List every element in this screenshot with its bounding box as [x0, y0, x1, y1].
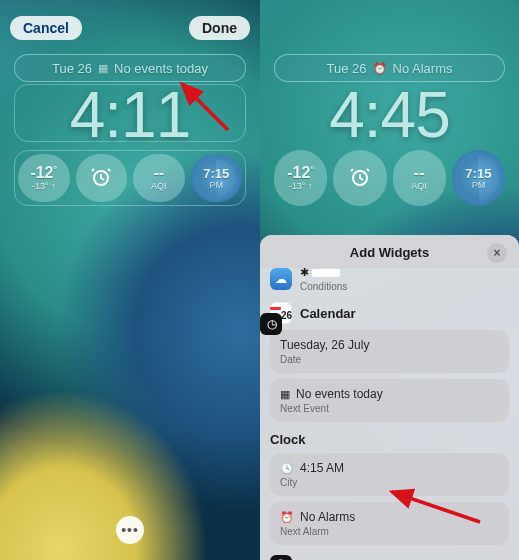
- weather-widget[interactable]: -12° -13° ↑: [274, 150, 327, 206]
- date-widget-text: No Alarms: [393, 61, 453, 76]
- weather-row-peek[interactable]: ☁ ✱ Conditions: [270, 266, 509, 292]
- close-button[interactable]: ×: [487, 243, 507, 263]
- sheet-header: Add Widgets ×: [260, 235, 519, 268]
- date-widget-text: No events today: [114, 61, 208, 76]
- fitness-section-header[interactable]: Fitness: [270, 555, 509, 560]
- aqi-widget[interactable]: -- AQI: [393, 150, 446, 206]
- customize-more-button[interactable]: •••: [116, 516, 144, 544]
- world-clock-widget[interactable]: 7:15 PM: [452, 150, 505, 206]
- alarm-widget[interactable]: [333, 150, 386, 206]
- world-clock-widget[interactable]: 7:15 PM: [191, 154, 243, 202]
- weather-sub: Conditions: [300, 281, 347, 292]
- alarm-icon: ⏰: [373, 62, 387, 75]
- right-phone: Tue 26 ⏰ No Alarms 4:45 -12° -13° ↑ -- A…: [260, 0, 519, 560]
- calendar-icon: ▦: [280, 388, 290, 401]
- weather-widget[interactable]: -12° -13° ↑: [18, 154, 70, 202]
- add-widgets-sheet: Add Widgets × ☁ ✱ Conditions 26 Calendar…: [260, 235, 519, 560]
- clock-app-icon: ◷: [260, 313, 282, 335]
- left-phone: Cancel Done Tue 26 ▦ No events today 4:1…: [0, 0, 260, 560]
- calendar-icon: ▦: [98, 62, 108, 75]
- clock-icon: 🕓: [280, 462, 294, 475]
- fitness-app-icon: [270, 555, 292, 560]
- date-label: Tue 26: [327, 61, 367, 76]
- widget-row: -12° -13° ↑ -- AQI 7:15 PM: [274, 150, 505, 206]
- alarm-widget[interactable]: [76, 154, 128, 202]
- alarm-icon: [89, 165, 113, 191]
- date-label: Tue 26: [52, 61, 92, 76]
- cancel-button[interactable]: Cancel: [10, 16, 82, 40]
- weather-app-icon: ☁: [270, 268, 292, 290]
- clock-city-widget-option[interactable]: 🕓4:15 AM City: [270, 453, 509, 496]
- close-icon: ×: [493, 246, 500, 260]
- aqi-widget[interactable]: -- AQI: [133, 154, 185, 202]
- widget-row-slot[interactable]: -12° -13° ↑ -- AQI 7:15 PM: [14, 150, 246, 206]
- done-button[interactable]: Done: [189, 16, 250, 40]
- sheet-title: Add Widgets: [350, 245, 429, 260]
- clock-next-alarm-widget-option[interactable]: ⏰No Alarms Next Alarm: [270, 502, 509, 545]
- alarm-icon: [348, 165, 372, 191]
- edit-toolbar: Cancel Done: [10, 16, 250, 40]
- calendar-section-header[interactable]: 26 Calendar: [270, 302, 509, 324]
- redacted-temp: [312, 269, 340, 277]
- calendar-date-widget-option[interactable]: Tuesday, 26 July Date: [270, 330, 509, 373]
- clock-section-header[interactable]: ◷ Clock: [270, 432, 509, 447]
- lockscreen-clock: 4:45: [260, 78, 519, 152]
- lockscreen-clock[interactable]: 4:11: [0, 78, 260, 152]
- calendar-next-event-widget-option[interactable]: ▦No events today Next Event: [270, 379, 509, 422]
- alarm-icon: ⏰: [280, 511, 294, 524]
